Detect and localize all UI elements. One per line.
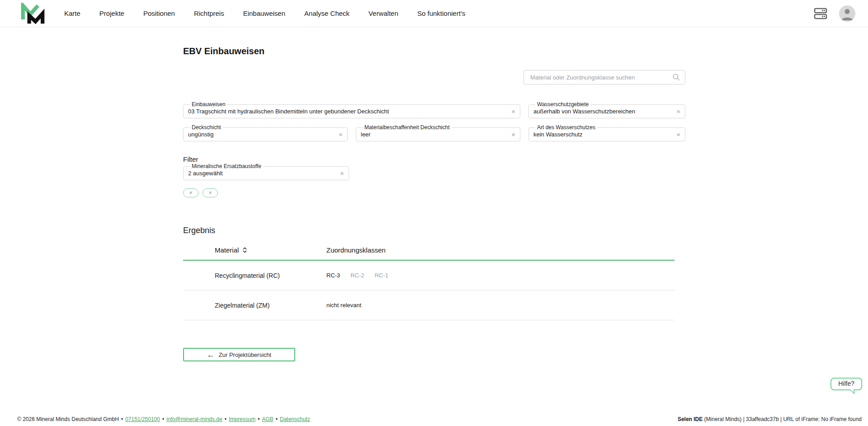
field-value: 03 Tragschicht mit hydraulischen Bindemi… bbox=[188, 108, 508, 115]
top-navbar: Karte Projekte Positionen Richtpreis Ein… bbox=[0, 0, 868, 27]
field-label: Einbauweisen bbox=[190, 101, 227, 108]
copyright-text: © 2026 Mineral Minds Deutschland GmbH bbox=[17, 416, 119, 422]
nav-item-so-funktionierts[interactable]: So funktioniert's bbox=[417, 9, 465, 17]
results-section-title: Ergebnis bbox=[183, 226, 685, 235]
field-mineralische-ersatzbaustoffe[interactable]: Mineralische Ersatzbaustoffe 2 ausgewähl… bbox=[183, 163, 349, 180]
filter-chip[interactable]: × bbox=[203, 188, 218, 197]
footer-link-phone[interactable]: 07151/250100 bbox=[125, 416, 160, 422]
column-header-zuordnungsklassen: Zuordnungsklassen bbox=[326, 246, 386, 254]
clear-icon[interactable]: × bbox=[335, 131, 343, 138]
server-stack-icon[interactable] bbox=[813, 6, 828, 21]
footer-left: © 2026 Mineral Minds Deutschland GmbH • … bbox=[17, 416, 310, 422]
class-badge[interactable]: RC-1 bbox=[375, 272, 388, 279]
clear-icon[interactable]: × bbox=[673, 131, 680, 138]
footer: © 2026 Mineral Minds Deutschland GmbH • … bbox=[0, 412, 868, 426]
field-label: Deckschicht bbox=[190, 124, 223, 131]
nav-item-verwalten[interactable]: Verwalten bbox=[368, 9, 398, 17]
footer-link-impressum[interactable]: Impressum bbox=[229, 416, 255, 422]
field-value: außerhalb von Wasserschutzbereichen bbox=[533, 108, 673, 115]
search-icon[interactable] bbox=[672, 73, 680, 81]
field-deckschicht[interactable]: Deckschicht ungünstig × bbox=[183, 124, 348, 141]
material-name: Recyclingmaterial (RC) bbox=[215, 272, 280, 279]
field-label: Wasserschutzgebiete bbox=[535, 101, 590, 108]
help-bubble-button[interactable]: Hilfe? bbox=[830, 378, 862, 390]
field-label: Materialbeschaffenheit Deckschicht bbox=[363, 124, 452, 131]
clear-icon[interactable]: × bbox=[508, 131, 515, 138]
filter-section-title: Filter bbox=[183, 155, 685, 163]
selection-fields: Einbauweisen 03 Tragschicht mit hydrauli… bbox=[183, 101, 685, 141]
nav-item-einbauweisen[interactable]: Einbauweisen bbox=[243, 9, 285, 17]
chip-close-icon: × bbox=[189, 190, 192, 196]
field-value: 2 ausgewählt bbox=[188, 170, 336, 177]
clear-icon[interactable]: × bbox=[673, 108, 680, 115]
class-value: nicht relevant bbox=[326, 302, 361, 309]
footer-link-agb[interactable]: AGB bbox=[262, 416, 273, 422]
nav-menu: Karte Projekte Positionen Richtpreis Ein… bbox=[64, 9, 465, 17]
nav-item-richtpreis[interactable]: Richtpreis bbox=[194, 9, 224, 17]
field-einbauweisen[interactable]: Einbauweisen 03 Tragschicht mit hydrauli… bbox=[183, 101, 520, 118]
clear-icon[interactable]: × bbox=[336, 170, 344, 177]
results-table: Material Zuordnungsklassen Recyclingmate… bbox=[183, 240, 675, 320]
material-name: Ziegelmaterial (ZM) bbox=[215, 302, 269, 309]
table-row[interactable]: Ziegelmaterial (ZM) nicht relevant bbox=[183, 290, 675, 320]
nav-item-analyse-check[interactable]: Analyse Check bbox=[304, 9, 349, 17]
mineral-minds-logo-icon[interactable] bbox=[19, 3, 46, 24]
field-wasserschutzgebiete[interactable]: Wasserschutzgebiete außerhalb von Wasser… bbox=[528, 101, 685, 118]
field-art-des-wasserschutzes[interactable]: Art des Wasserschutzes kein Wasserschutz… bbox=[528, 124, 685, 141]
column-header-material[interactable]: Material bbox=[215, 246, 239, 254]
chip-close-icon: × bbox=[208, 190, 212, 196]
field-value: ungünstig bbox=[188, 131, 335, 138]
search-input[interactable] bbox=[529, 74, 672, 81]
main-content: EBV Einbauweisen Einbauweisen 03 Tragsch… bbox=[183, 46, 685, 361]
footer-link-datenschutz[interactable]: Datenschutz bbox=[280, 416, 310, 422]
nav-item-projekte[interactable]: Projekte bbox=[99, 9, 124, 17]
table-row[interactable]: Recyclingmaterial (RC) RC-3 RC-2 RC-1 bbox=[183, 261, 675, 290]
back-button-label: Zur Projektübersicht bbox=[219, 351, 271, 358]
class-badge[interactable]: RC-3 bbox=[326, 272, 340, 279]
page-title: EBV Einbauweisen bbox=[183, 46, 685, 56]
ide-name: Selen IDE bbox=[678, 416, 703, 422]
help-label: Hilfe? bbox=[838, 380, 854, 387]
search-box bbox=[524, 70, 685, 84]
filter-chips: × × bbox=[183, 188, 685, 197]
field-value: kein Wasserschutz bbox=[533, 131, 673, 138]
class-badge[interactable]: RC-2 bbox=[350, 272, 364, 279]
field-label: Art des Wasserschutzes bbox=[535, 124, 597, 131]
field-value: leer bbox=[361, 131, 508, 138]
filter-chip[interactable]: × bbox=[183, 188, 198, 197]
field-materialbeschaffenheit-deckschicht[interactable]: Materialbeschaffenheit Deckschicht leer … bbox=[356, 124, 520, 141]
footer-link-email[interactable]: info@mineral-minds.de bbox=[166, 416, 222, 422]
nav-item-karte[interactable]: Karte bbox=[64, 9, 80, 17]
footer-right: Selen IDE (Mineral Minds) | 33affeadc37b… bbox=[678, 416, 862, 422]
nav-item-positionen[interactable]: Positionen bbox=[143, 9, 175, 17]
arrow-left-icon: ← bbox=[207, 351, 215, 359]
user-avatar[interactable] bbox=[839, 5, 855, 22]
table-header-row: Material Zuordnungsklassen bbox=[183, 240, 675, 261]
clear-icon[interactable]: × bbox=[508, 108, 515, 115]
person-icon bbox=[839, 5, 855, 22]
field-label: Mineralische Ersatzbaustoffe bbox=[190, 163, 263, 169]
back-to-project-overview-button[interactable]: ← Zur Projektübersicht bbox=[183, 348, 295, 361]
sort-icon[interactable] bbox=[241, 247, 248, 253]
ide-info: (Mineral Minds) | 33affeadc37b | URL of … bbox=[703, 416, 862, 422]
